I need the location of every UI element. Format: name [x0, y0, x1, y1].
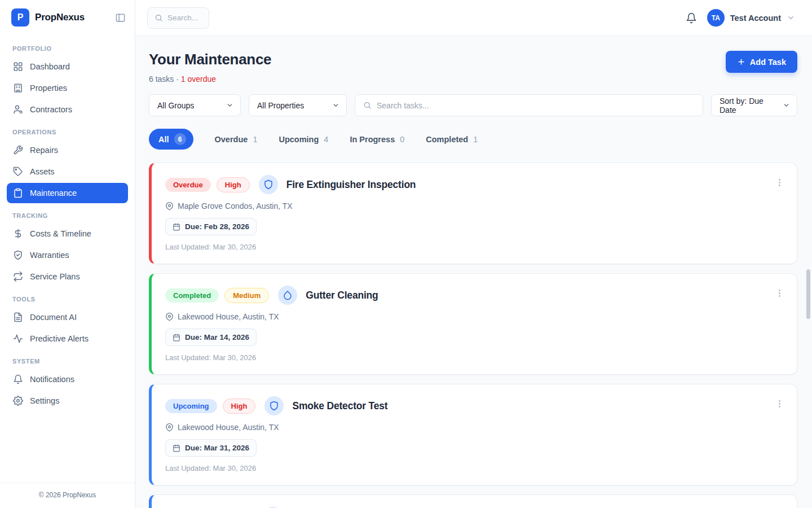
bell-icon	[13, 374, 23, 384]
dashboard-grid-icon	[13, 62, 23, 72]
panel-collapse-icon	[115, 12, 126, 23]
location-pin-icon	[165, 423, 174, 432]
sidebar-collapse-button[interactable]	[115, 12, 126, 23]
sidebar-item-assets[interactable]: Assets	[7, 161, 128, 182]
sidebar-item-label: Costs & Timeline	[30, 229, 91, 238]
clipboard-icon	[13, 188, 23, 198]
section-label-tools: TOOLS	[12, 296, 122, 303]
shield-icon	[259, 175, 278, 194]
account-menu[interactable]: TA Test Account	[707, 9, 795, 27]
sidebar-item-repairs[interactable]: Repairs	[7, 140, 128, 160]
task-title: Fire Extinguisher Inspection	[286, 179, 416, 191]
priority-badge: Medium	[224, 288, 269, 303]
notifications-button[interactable]	[686, 12, 697, 24]
add-task-button[interactable]: Add Task	[726, 51, 797, 73]
document-icon	[13, 312, 23, 322]
calendar-icon	[173, 444, 180, 452]
priority-badge: High	[217, 177, 250, 192]
section-label-system: SYSTEM	[12, 358, 122, 365]
global-search[interactable]	[147, 7, 209, 29]
tab-count-badge: 6	[174, 133, 186, 145]
search-icon	[155, 14, 163, 22]
task-count: 6 tasks ·	[149, 75, 179, 84]
sidebar-item-service-plans[interactable]: Service Plans	[7, 266, 128, 287]
task-card: Overdue High Fire Extinguisher Inspectio…	[149, 163, 797, 264]
app-logo: P	[11, 8, 29, 27]
location-pin-icon	[165, 202, 174, 211]
task-search-input[interactable]	[377, 101, 695, 110]
sidebar-item-label: Repairs	[30, 146, 58, 155]
status-badge: Upcoming	[165, 399, 217, 413]
sidebar-item-costs-timeline[interactable]: Costs & Timeline	[7, 224, 128, 244]
task-menu-button[interactable]	[773, 176, 787, 190]
shield-icon	[264, 396, 284, 415]
status-tabs: All 6 Overdue 1 Upcoming 4 In Progress 0…	[149, 129, 797, 150]
sidebar-item-settings[interactable]: Settings	[7, 391, 128, 411]
sort-select[interactable]: Sort by: Due Date	[711, 94, 797, 116]
gear-icon	[13, 396, 23, 406]
due-date-chip: Due: Mar 14, 2026	[165, 329, 257, 346]
task-card: Upcoming Low Pool Filter Cleaning	[149, 494, 797, 508]
priority-badge: High	[223, 398, 256, 414]
dollar-icon	[13, 229, 23, 239]
tab-in-progress[interactable]: In Progress 0	[350, 135, 404, 144]
page-subtitle: 6 tasks · 1 overdue	[149, 75, 271, 84]
sidebar-item-label: Contractors	[30, 105, 72, 114]
chevron-down-icon	[226, 102, 233, 109]
sidebar-item-dashboard[interactable]: Dashboard	[7, 56, 128, 77]
sidebar-item-predictive-alerts[interactable]: Predictive Alerts	[7, 329, 128, 349]
activity-pulse-icon	[13, 334, 23, 344]
sidebar-item-maintenance[interactable]: Maintenance	[7, 183, 128, 203]
sidebar-item-warranties[interactable]: Warranties	[7, 245, 128, 265]
task-due-date: Due: Mar 31, 2026	[185, 444, 249, 452]
task-location: Lakewood House, Austin, TX	[178, 312, 279, 321]
task-title: Smoke Detector Test	[292, 400, 387, 412]
main-column: TA Test Account Your Maintenance 6 tasks…	[135, 0, 812, 508]
task-card: Upcoming High Smoke Detector Test Lakewo…	[149, 384, 797, 485]
groups-filter-select[interactable]: All Groups	[149, 94, 241, 116]
sidebar-item-label: Maintenance	[30, 189, 77, 198]
calendar-icon	[173, 334, 180, 341]
wrench-icon	[13, 145, 23, 155]
tag-icon	[13, 167, 23, 177]
task-due-date: Due: Mar 14, 2026	[185, 333, 249, 341]
section-label-operations: OPERATIONS	[12, 129, 122, 135]
chevron-down-icon	[332, 102, 339, 109]
properties-filter-select[interactable]: All Properties	[249, 94, 347, 116]
app-name: PropNexus	[35, 12, 85, 23]
global-search-input[interactable]	[167, 14, 202, 22]
tab-upcoming[interactable]: Upcoming 4	[279, 135, 328, 144]
sidebar-item-label: Service Plans	[30, 272, 80, 281]
sidebar-nav: PORTFOLIO Dashboard Properties Contracto…	[0, 34, 135, 483]
task-last-updated: Last Updated: Mar 30, 2026	[165, 464, 783, 472]
app-root: P PropNexus PORTFOLIO Dashboard Properti…	[0, 0, 812, 508]
users-icon	[13, 104, 23, 115]
sidebar-item-contractors[interactable]: Contractors	[7, 99, 128, 120]
calendar-icon	[173, 223, 180, 231]
status-badge: Overdue	[165, 178, 211, 192]
sidebar-item-label: Assets	[30, 167, 55, 176]
repeat-icon	[13, 271, 23, 282]
shield-check-icon	[13, 250, 23, 260]
scrollbar-thumb[interactable]	[806, 269, 810, 319]
sidebar-item-label: Predictive Alerts	[30, 334, 89, 343]
sidebar-item-notifications[interactable]: Notifications	[7, 369, 128, 389]
task-menu-button[interactable]	[773, 397, 787, 411]
task-title: Gutter Cleaning	[306, 290, 378, 301]
task-location: Lakewood House, Austin, TX	[178, 423, 279, 432]
sidebar-item-label: Document AI	[30, 313, 77, 322]
main-content: Your Maintenance 6 tasks · 1 overdue Add…	[135, 36, 812, 508]
search-icon	[363, 101, 372, 110]
sidebar-item-label: Dashboard	[30, 62, 70, 71]
page-title: Your Maintenance	[149, 51, 271, 68]
task-menu-button[interactable]	[773, 286, 787, 300]
task-search[interactable]	[355, 94, 703, 116]
filters-row: All Groups All Properties Sort by: Due D…	[149, 94, 797, 116]
sidebar-item-properties[interactable]: Properties	[7, 78, 128, 98]
sidebar-item-document-ai[interactable]: Document AI	[7, 307, 128, 327]
tab-completed[interactable]: Completed 1	[426, 135, 478, 144]
tab-overdue[interactable]: Overdue 1	[215, 135, 258, 144]
tab-all[interactable]: All 6	[149, 129, 193, 150]
topbar: TA Test Account	[135, 0, 812, 36]
task-location: Maple Grove Condos, Austin, TX	[178, 202, 293, 211]
